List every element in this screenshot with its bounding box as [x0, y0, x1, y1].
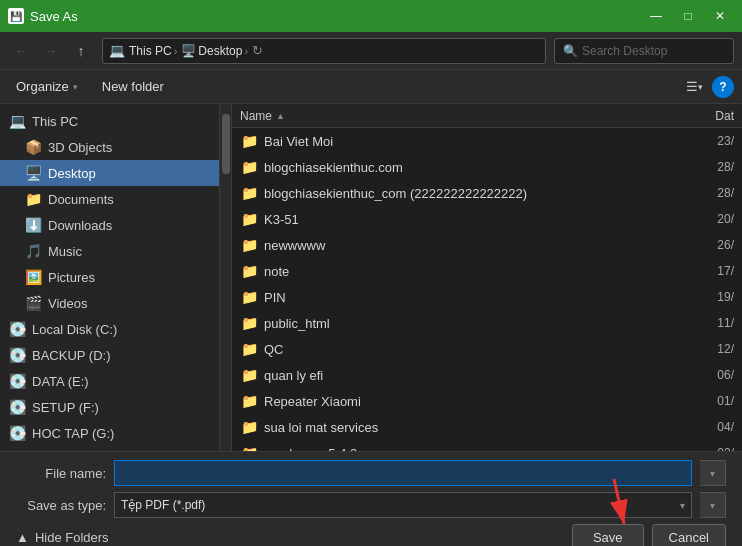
refresh-button[interactable]: ↻ [252, 43, 263, 58]
folder-icon: 📁 [240, 158, 258, 176]
file-item[interactable]: 📁 public_html 11/ [232, 310, 742, 336]
savetype-dropdown-icon: ▾ [680, 500, 685, 511]
help-button[interactable]: ? [712, 76, 734, 98]
hide-folders-label: Hide Folders [35, 530, 109, 545]
file-name: blogchiasekienthuc.com [264, 160, 673, 175]
right-panel: Name ▲ Dat 📁 Bai Viet Moi 23/ 📁 blogchia… [232, 104, 742, 451]
file-date: 19/ [679, 290, 734, 304]
sidebar-item-label: Videos [48, 296, 88, 311]
view-dropdown-icon: ▾ [698, 82, 703, 92]
sidebar-item-label: HOC TAP (G:) [32, 426, 114, 441]
column-name[interactable]: Name ▲ [240, 109, 674, 123]
sidebar-item-videos[interactable]: 🎬 Videos [0, 290, 219, 316]
file-date: 04/ [679, 420, 734, 434]
view-toggle-button[interactable]: ☰ ▾ [680, 74, 708, 100]
file-name: K3-51 [264, 212, 673, 227]
hoc-tap-g-icon: 💽 [8, 424, 26, 442]
sidebar-item-pictures[interactable]: 🖼️ Pictures [0, 264, 219, 290]
sidebar-item-3d-objects[interactable]: 📦 3D Objects [0, 134, 219, 160]
file-date: 02/ [679, 446, 734, 451]
address-bar[interactable]: 💻 This PC › 🖥️ Desktop › ↻ [102, 38, 546, 64]
file-item[interactable]: 📁 blogchiasekienthuc.com 28/ [232, 154, 742, 180]
sidebar-item-desktop[interactable]: 🖥️ Desktop [0, 160, 219, 186]
desktop-icon: 🖥️ [181, 44, 196, 58]
cancel-button[interactable]: Cancel [652, 524, 726, 546]
sidebar-item-label: SETUP (F:) [32, 400, 99, 415]
file-item[interactable]: 📁 blogchiasekienthuc_com (22222222222222… [232, 180, 742, 206]
left-panel: 💻 This PC 📦 3D Objects 🖥️ Desktop 📁 Docu… [0, 104, 220, 451]
music-icon: 🎵 [24, 242, 42, 260]
organize-button[interactable]: Organize ▾ [8, 75, 86, 98]
file-item[interactable]: 📁 note 17/ [232, 258, 742, 284]
forward-button[interactable]: → [38, 38, 64, 64]
data-e-icon: 💽 [8, 372, 26, 390]
sidebar-item-label: BACKUP (D:) [32, 348, 111, 363]
sidebar-item-data-e[interactable]: 💽 DATA (E:) [0, 368, 219, 394]
breadcrumb-this-pc[interactable]: This PC › [129, 44, 177, 58]
file-item[interactable]: 📁 PIN 19/ [232, 284, 742, 310]
sidebar-item-this-pc[interactable]: 💻 This PC [0, 108, 219, 134]
sidebar-item-hoc-tap-g[interactable]: 💽 HOC TAP (G:) [0, 420, 219, 446]
search-placeholder: Search Desktop [582, 44, 667, 58]
file-name: Bai Viet Moi [264, 134, 673, 149]
save-button[interactable]: Save [572, 524, 644, 546]
pictures-icon: 🖼️ [24, 268, 42, 286]
file-name: blogchiasekienthuc_com (222222222222222) [264, 186, 673, 201]
main-area: 💻 This PC 📦 3D Objects 🖥️ Desktop 📁 Docu… [0, 104, 742, 451]
filename-label: File name: [16, 466, 106, 481]
breadcrumb-desktop[interactable]: 🖥️ Desktop › [181, 44, 248, 58]
desktop-icon: 🖥️ [24, 164, 42, 182]
sidebar-item-setup-f[interactable]: 💽 SETUP (F:) [0, 394, 219, 420]
nav-bar: ← → ↑ 💻 This PC › 🖥️ Desktop › ↻ 🔍 Searc… [0, 32, 742, 70]
window-controls: — □ ✕ [642, 6, 734, 26]
new-folder-label: New folder [102, 79, 164, 94]
action-buttons: Save Cancel [572, 524, 726, 546]
savetype-dropdown-btn[interactable]: ▾ [700, 492, 726, 518]
file-name: public_html [264, 316, 673, 331]
sidebar-item-music[interactable]: 🎵 Music [0, 238, 219, 264]
search-box[interactable]: 🔍 Search Desktop [554, 38, 734, 64]
sidebar-item-local-disk-c[interactable]: 💽 Local Disk (C:) [0, 316, 219, 342]
file-item[interactable]: 📁 Bai Viet Moi 23/ [232, 128, 742, 154]
file-date: 17/ [679, 264, 734, 278]
savetype-select[interactable]: Tệp PDF (*.pdf) ▾ [114, 492, 692, 518]
filename-dropdown-btn[interactable]: ▾ [700, 460, 726, 486]
setup-f-icon: 💽 [8, 398, 26, 416]
file-name: note [264, 264, 673, 279]
search-icon: 🔍 [563, 44, 578, 58]
savetype-value: Tệp PDF (*.pdf) [121, 498, 205, 512]
scrollbar-thumb [222, 114, 230, 174]
file-date: 28/ [679, 160, 734, 174]
title-bar-left: 💾 Save As [8, 8, 78, 24]
up-button[interactable]: ↑ [68, 38, 94, 64]
folder-icon: 📁 [240, 314, 258, 332]
file-item[interactable]: 📁 sua loi mat services 04/ [232, 414, 742, 440]
hide-folders-button[interactable]: ▲ Hide Folders [16, 530, 109, 545]
file-item[interactable]: 📁 newwwww 26/ [232, 232, 742, 258]
sidebar-item-downloads[interactable]: ⬇️ Downloads [0, 212, 219, 238]
file-name: quan ly efi [264, 368, 673, 383]
file-item[interactable]: 📁 quan ly efi 06/ [232, 362, 742, 388]
folder-icon: 📁 [240, 288, 258, 306]
sidebar-item-backup-d[interactable]: 💽 BACKUP (D:) [0, 342, 219, 368]
file-item[interactable]: 📁 QC 12/ [232, 336, 742, 362]
file-item[interactable]: 📁 wordpress-5.4.2 02/ [232, 440, 742, 451]
minimize-button[interactable]: — [642, 6, 670, 26]
maximize-button[interactable]: □ [674, 6, 702, 26]
file-item[interactable]: 📁 Repeater Xiaomi 01/ [232, 388, 742, 414]
left-panel-scrollbar[interactable] [220, 104, 232, 451]
sidebar-item-documents[interactable]: 📁 Documents [0, 186, 219, 212]
back-button[interactable]: ← [8, 38, 34, 64]
file-name: newwwww [264, 238, 673, 253]
file-item[interactable]: 📁 K3-51 20/ [232, 206, 742, 232]
column-date[interactable]: Dat [674, 109, 734, 123]
new-folder-button[interactable]: New folder [94, 75, 172, 98]
filename-input[interactable] [114, 460, 692, 486]
file-date: 20/ [679, 212, 734, 226]
savetype-row: Save as type: Tệp PDF (*.pdf) ▾ ▾ [16, 492, 726, 518]
folder-icon: 📁 [240, 444, 258, 451]
file-name: QC [264, 342, 673, 357]
sidebar-item-label: Pictures [48, 270, 95, 285]
file-date: 01/ [679, 394, 734, 408]
close-button[interactable]: ✕ [706, 6, 734, 26]
